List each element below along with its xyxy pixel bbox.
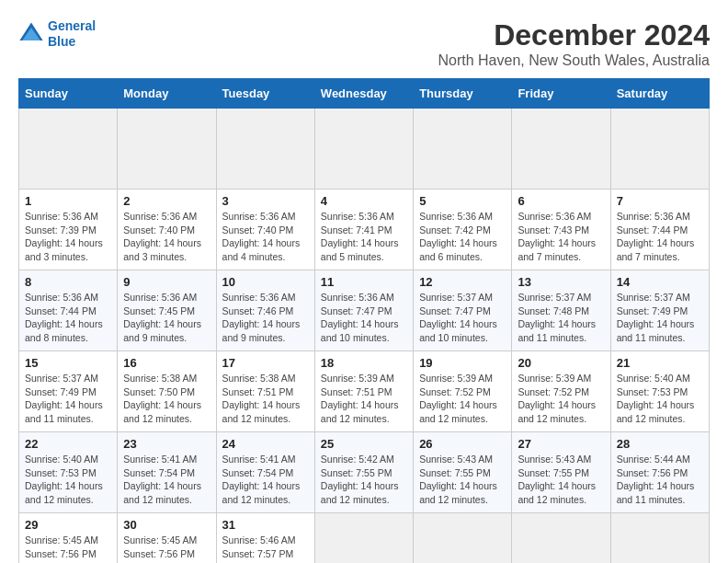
calendar-cell: 3Sunrise: 5:36 AMSunset: 7:40 PMDaylight… [216, 190, 314, 270]
day-detail: Sunrise: 5:46 AMSunset: 7:57 PMDaylight:… [222, 534, 309, 563]
calendar-cell: 30Sunrise: 5:45 AMSunset: 7:56 PMDayligh… [118, 513, 216, 564]
calendar-cell: 23Sunrise: 5:41 AMSunset: 7:54 PMDayligh… [118, 432, 216, 513]
calendar-cell: 10Sunrise: 5:36 AMSunset: 7:46 PMDayligh… [216, 270, 314, 351]
weekday-header-wednesday: Wednesday [314, 79, 413, 109]
day-number: 25 [321, 437, 407, 451]
day-number: 30 [123, 518, 210, 532]
calendar-cell [610, 513, 709, 564]
calendar-cell: 12Sunrise: 5:37 AMSunset: 7:47 PMDayligh… [414, 270, 512, 351]
calendar-week-row: 15Sunrise: 5:37 AMSunset: 7:49 PMDayligh… [19, 351, 710, 432]
calendar-cell [118, 109, 216, 190]
day-detail: Sunrise: 5:37 AMSunset: 7:49 PMDaylight:… [25, 372, 111, 426]
calendar-cell: 5Sunrise: 5:36 AMSunset: 7:42 PMDaylight… [414, 190, 512, 270]
day-number: 24 [222, 437, 309, 451]
calendar-cell [414, 109, 512, 190]
day-number: 18 [321, 356, 407, 370]
calendar-cell [314, 513, 413, 564]
day-number: 6 [518, 194, 604, 208]
day-detail: Sunrise: 5:36 AMSunset: 7:42 PMDaylight:… [419, 210, 506, 264]
weekday-header-monday: Monday [118, 79, 216, 109]
calendar-week-row: 1Sunrise: 5:36 AMSunset: 7:39 PMDaylight… [19, 190, 710, 270]
calendar-cell: 21Sunrise: 5:40 AMSunset: 7:53 PMDayligh… [610, 351, 709, 432]
calendar-week-row [19, 109, 710, 190]
day-detail: Sunrise: 5:39 AMSunset: 7:51 PMDaylight:… [321, 372, 407, 426]
day-detail: Sunrise: 5:41 AMSunset: 7:54 PMDaylight:… [222, 453, 309, 507]
calendar-cell: 14Sunrise: 5:37 AMSunset: 7:49 PMDayligh… [610, 270, 709, 351]
day-number: 28 [617, 437, 703, 451]
day-number: 21 [617, 356, 703, 370]
day-detail: Sunrise: 5:36 AMSunset: 7:47 PMDaylight:… [321, 291, 407, 345]
calendar-cell: 26Sunrise: 5:43 AMSunset: 7:55 PMDayligh… [414, 432, 512, 513]
day-number: 20 [518, 356, 604, 370]
day-number: 12 [419, 275, 506, 289]
day-detail: Sunrise: 5:36 AMSunset: 7:40 PMDaylight:… [123, 210, 210, 264]
calendar-cell: 9Sunrise: 5:36 AMSunset: 7:45 PMDaylight… [118, 270, 216, 351]
day-number: 3 [222, 194, 309, 208]
day-detail: Sunrise: 5:36 AMSunset: 7:41 PMDaylight:… [321, 210, 407, 264]
day-number: 14 [617, 275, 703, 289]
calendar-cell [512, 109, 610, 190]
calendar-subtitle: North Haven, New South Wales, Australia [438, 52, 710, 69]
calendar-cell: 17Sunrise: 5:38 AMSunset: 7:51 PMDayligh… [216, 351, 314, 432]
day-detail: Sunrise: 5:36 AMSunset: 7:40 PMDaylight:… [222, 210, 309, 264]
calendar-cell: 20Sunrise: 5:39 AMSunset: 7:52 PMDayligh… [512, 351, 610, 432]
calendar-cell [19, 109, 118, 190]
day-number: 8 [25, 275, 111, 289]
day-detail: Sunrise: 5:40 AMSunset: 7:53 PMDaylight:… [617, 372, 703, 426]
day-number: 26 [419, 437, 506, 451]
calendar-cell: 11Sunrise: 5:36 AMSunset: 7:47 PMDayligh… [314, 270, 413, 351]
title-area: December 2024 North Haven, New South Wal… [438, 18, 710, 69]
logo-line1: General [48, 18, 96, 33]
day-detail: Sunrise: 5:36 AMSunset: 7:43 PMDaylight:… [518, 210, 604, 264]
calendar-cell: 29Sunrise: 5:45 AMSunset: 7:56 PMDayligh… [19, 513, 118, 564]
day-detail: Sunrise: 5:36 AMSunset: 7:45 PMDaylight:… [123, 291, 210, 345]
calendar-cell: 18Sunrise: 5:39 AMSunset: 7:51 PMDayligh… [314, 351, 413, 432]
logo-text: General Blue [48, 18, 96, 50]
day-detail: Sunrise: 5:42 AMSunset: 7:55 PMDaylight:… [321, 453, 407, 507]
day-detail: Sunrise: 5:38 AMSunset: 7:50 PMDaylight:… [123, 372, 210, 426]
day-number: 22 [25, 437, 111, 451]
day-number: 17 [222, 356, 309, 370]
day-detail: Sunrise: 5:36 AMSunset: 7:39 PMDaylight:… [25, 210, 111, 264]
calendar-cell [610, 109, 709, 190]
calendar-title: December 2024 [438, 18, 710, 52]
calendar-week-row: 8Sunrise: 5:36 AMSunset: 7:44 PMDaylight… [19, 270, 710, 351]
calendar-cell: 24Sunrise: 5:41 AMSunset: 7:54 PMDayligh… [216, 432, 314, 513]
weekday-header-saturday: Saturday [610, 79, 709, 109]
logo-line2: Blue [48, 34, 75, 49]
day-detail: Sunrise: 5:38 AMSunset: 7:51 PMDaylight:… [222, 372, 309, 426]
calendar-table: SundayMondayTuesdayWednesdayThursdayFrid… [18, 78, 710, 563]
day-detail: Sunrise: 5:44 AMSunset: 7:56 PMDaylight:… [617, 453, 703, 507]
calendar-cell: 19Sunrise: 5:39 AMSunset: 7:52 PMDayligh… [414, 351, 512, 432]
calendar-cell: 15Sunrise: 5:37 AMSunset: 7:49 PMDayligh… [19, 351, 118, 432]
day-number: 27 [518, 437, 604, 451]
weekday-header-row: SundayMondayTuesdayWednesdayThursdayFrid… [19, 79, 710, 109]
day-number: 31 [222, 518, 309, 532]
day-detail: Sunrise: 5:45 AMSunset: 7:56 PMDaylight:… [25, 534, 111, 563]
day-number: 13 [518, 275, 604, 289]
weekday-header-friday: Friday [512, 79, 610, 109]
weekday-header-thursday: Thursday [414, 79, 512, 109]
day-number: 10 [222, 275, 309, 289]
calendar-cell: 16Sunrise: 5:38 AMSunset: 7:50 PMDayligh… [118, 351, 216, 432]
day-detail: Sunrise: 5:43 AMSunset: 7:55 PMDaylight:… [518, 453, 604, 507]
day-number: 23 [123, 437, 210, 451]
calendar-cell: 27Sunrise: 5:43 AMSunset: 7:55 PMDayligh… [512, 432, 610, 513]
header: General Blue December 2024 North Haven, … [18, 18, 710, 69]
day-detail: Sunrise: 5:37 AMSunset: 7:47 PMDaylight:… [419, 291, 506, 345]
day-detail: Sunrise: 5:41 AMSunset: 7:54 PMDaylight:… [123, 453, 210, 507]
calendar-cell: 31Sunrise: 5:46 AMSunset: 7:57 PMDayligh… [216, 513, 314, 564]
day-number: 29 [25, 518, 111, 532]
day-detail: Sunrise: 5:45 AMSunset: 7:56 PMDaylight:… [123, 534, 210, 563]
calendar-cell: 8Sunrise: 5:36 AMSunset: 7:44 PMDaylight… [19, 270, 118, 351]
day-number: 2 [123, 194, 210, 208]
calendar-cell: 1Sunrise: 5:36 AMSunset: 7:39 PMDaylight… [19, 190, 118, 270]
day-detail: Sunrise: 5:39 AMSunset: 7:52 PMDaylight:… [419, 372, 506, 426]
day-number: 1 [25, 194, 111, 208]
day-number: 5 [419, 194, 506, 208]
calendar-cell [216, 109, 314, 190]
calendar-cell: 7Sunrise: 5:36 AMSunset: 7:44 PMDaylight… [610, 190, 709, 270]
day-detail: Sunrise: 5:43 AMSunset: 7:55 PMDaylight:… [419, 453, 506, 507]
logo-icon [18, 21, 44, 47]
calendar-cell: 4Sunrise: 5:36 AMSunset: 7:41 PMDaylight… [314, 190, 413, 270]
